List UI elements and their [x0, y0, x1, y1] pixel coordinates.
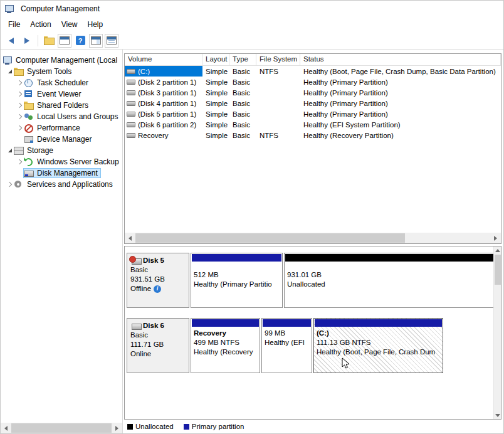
- disk-info-disk6[interactable]: Disk 6 Basic 111.71 GB Online: [127, 318, 189, 373]
- tree-item-system-tools[interactable]: System Tools: [1, 66, 122, 77]
- chevron-expanded-icon[interactable]: [6, 68, 14, 76]
- app-icon[interactable]: [4, 4, 14, 13]
- scrollbar-thumb[interactable]: [11, 423, 112, 433]
- table-row-disk4p1[interactable]: (Disk 4 partition 1) Simple Basic Health…: [125, 98, 501, 109]
- volume-icon: [127, 112, 135, 117]
- cell-type: Basic: [229, 78, 256, 86]
- menu-action[interactable]: Action: [25, 18, 56, 31]
- partition-disk6-c[interactable]: (C:) 111.13 GB NTFS Healthy (Boot, Page …: [313, 318, 443, 373]
- graphical-view-vertical-scrollbar[interactable]: [493, 246, 501, 419]
- info-icon[interactable]: i: [154, 285, 161, 293]
- tree-item-label: Storage: [26, 146, 54, 155]
- partition-disk6-efi[interactable]: 99 MB Healthy (EFI: [261, 318, 312, 373]
- menu-help[interactable]: Help: [83, 18, 108, 31]
- scroll-right-arrow[interactable]: [490, 233, 501, 243]
- tree-item-performance[interactable]: Performance: [1, 122, 122, 134]
- tree-item-task-scheduler[interactable]: Task Scheduler: [1, 77, 122, 88]
- disk-info-disk5[interactable]: Disk 5 Basic 931.51 GB Offline i: [127, 253, 189, 308]
- show-hide-console-tree-button[interactable]: [58, 34, 71, 48]
- cell-status: Healthy (Primary Partition): [300, 78, 501, 86]
- chevron-collapsed-icon[interactable]: [16, 102, 24, 110]
- help-button[interactable]: ?: [73, 34, 87, 48]
- chevron-collapsed-icon[interactable]: [6, 181, 14, 189]
- menu-file[interactable]: File: [3, 18, 25, 31]
- tree-item-storage[interactable]: Storage: [1, 145, 122, 156]
- column-header-file-system[interactable]: File System: [256, 54, 300, 65]
- volume-icon: [127, 133, 135, 138]
- cell-status: Healthy (Primary Partition): [300, 110, 501, 118]
- column-header-layout[interactable]: Layout: [202, 54, 229, 65]
- table-row-disk3p1[interactable]: (Disk 3 partition 1) Simple Basic Health…: [125, 87, 501, 98]
- action-pane-button[interactable]: [105, 34, 118, 48]
- volume-name: (Disk 4 partition 1): [138, 100, 196, 107]
- tree-horizontal-scrollbar[interactable]: [1, 423, 122, 433]
- partition-size: 99 MB: [265, 329, 309, 338]
- menu-view[interactable]: View: [56, 18, 83, 31]
- partition-status: Healthy (Boot, Page File, Crash Dum: [317, 347, 440, 357]
- cell-layout: Simple: [202, 100, 229, 107]
- chevron-collapsed-icon[interactable]: [16, 124, 24, 132]
- table-row-disk6p2[interactable]: (Disk 6 partition 2) Simple Basic Health…: [125, 119, 501, 130]
- partition-size: 512 MB: [194, 270, 280, 280]
- scroll-right-arrow[interactable]: [112, 423, 122, 433]
- tree-item-services-and-applications[interactable]: Services and Applications: [1, 179, 122, 190]
- partition-size: 931.01 GB: [287, 270, 500, 280]
- partition-color-bar: [192, 254, 281, 262]
- table-row-recovery[interactable]: Recovery Simple Basic NTFS Healthy (Reco…: [125, 130, 501, 140]
- tree-item-event-viewer[interactable]: Event Viewer: [1, 88, 122, 100]
- partition-status: Healthy (Primary Partitio: [194, 280, 280, 289]
- performance-icon: [24, 124, 34, 132]
- scrollbar-thumb[interactable]: [495, 255, 501, 285]
- cell-type: Basic: [229, 132, 256, 139]
- volume-list: Volume Layout Type File System Status (C…: [124, 53, 501, 244]
- column-header-status[interactable]: Status: [300, 54, 501, 65]
- tree-item-local-users-and-groups[interactable]: Local Users and Groups: [1, 111, 122, 122]
- partition-disk5-1[interactable]: 512 MB Healthy (Primary Partitio: [191, 253, 283, 308]
- disk-name: Disk 6: [143, 321, 164, 331]
- forward-arrow-icon: [24, 38, 29, 44]
- console-window-button[interactable]: [89, 34, 103, 48]
- chevron-collapsed-icon[interactable]: [16, 79, 24, 87]
- scroll-left-arrow[interactable]: [125, 233, 135, 243]
- tree-item-disk-management[interactable]: Disk Management: [1, 167, 122, 179]
- disk-offline-icon: [130, 257, 141, 265]
- volume-list-horizontal-scrollbar[interactable]: [125, 233, 501, 243]
- partition-disk6-recovery[interactable]: Recovery 499 MB NTFS Healthy (Recovery: [191, 318, 260, 373]
- column-header-volume[interactable]: Volume: [125, 54, 202, 65]
- users-groups-icon: [24, 112, 34, 121]
- tree-item-label: Device Manager: [36, 135, 92, 144]
- partition-status: Healthy (EFI: [265, 338, 309, 347]
- table-row-disk2p1[interactable]: (Disk 2 partition 1) Simple Basic Health…: [125, 77, 501, 87]
- forward-button[interactable]: [20, 34, 34, 48]
- column-header-type[interactable]: Type: [229, 54, 256, 65]
- tree-item-device-manager[interactable]: Device Manager: [1, 134, 122, 145]
- tree-item-computer-management[interactable]: Computer Management (Local: [1, 55, 122, 66]
- tree-item-windows-server-backup[interactable]: Windows Server Backup: [1, 156, 122, 167]
- cell-status: Healthy (Primary Partition): [300, 100, 501, 107]
- scroll-up-arrow[interactable]: [494, 246, 501, 254]
- chevron-collapsed-icon[interactable]: [16, 158, 24, 166]
- scroll-down-arrow[interactable]: [494, 411, 501, 419]
- back-button[interactable]: [4, 34, 18, 48]
- table-row-disk5p1[interactable]: (Disk 5 partition 1) Simple Basic Health…: [125, 109, 501, 119]
- disk-type: Basic: [130, 265, 186, 275]
- primary-partition-color-swatch: [184, 424, 189, 430]
- table-row-c[interactable]: (C:) Simple Basic NTFS Healthy (Boot, Pa…: [125, 66, 501, 77]
- partition-disk5-unallocated[interactable]: 931.01 GB Unallocated: [284, 253, 501, 308]
- legend-unallocated: Unallocated: [127, 423, 174, 430]
- partition-status: Unallocated: [287, 280, 500, 289]
- chevron-expanded-icon[interactable]: [6, 147, 14, 155]
- chevron-collapsed-icon[interactable]: [16, 113, 24, 121]
- chevron-collapsed-icon[interactable]: [16, 90, 24, 98]
- tree-item-shared-folders[interactable]: Shared Folders: [1, 100, 122, 111]
- legend-label: Unallocated: [135, 423, 174, 430]
- disk-size: 111.71 GB: [130, 340, 186, 349]
- up-level-button[interactable]: [42, 34, 56, 48]
- cell-layout: Simple: [202, 121, 229, 129]
- volume-name: (Disk 6 partition 2): [138, 121, 196, 129]
- tree-item-label: Shared Folders: [36, 101, 89, 110]
- scroll-left-arrow[interactable]: [1, 423, 11, 433]
- scrollbar-thumb[interactable]: [135, 233, 405, 243]
- tree-item-label: Disk Management: [36, 169, 98, 177]
- disk-management-icon: [24, 169, 34, 177]
